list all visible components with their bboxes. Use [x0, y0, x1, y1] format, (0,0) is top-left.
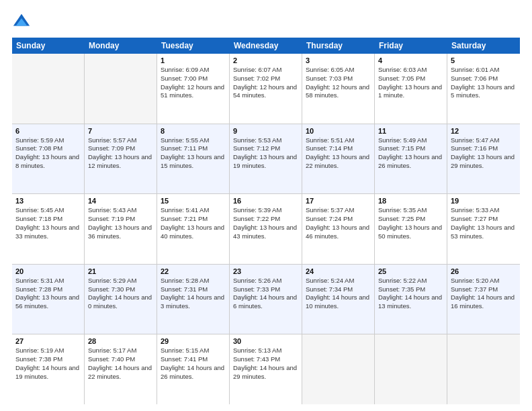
day-info: Sunrise: 6:07 AM Sunset: 7:02 PM Dayligh…	[233, 66, 298, 100]
day-number: 18	[378, 197, 443, 205]
calendar-cell: 18Sunrise: 5:35 AM Sunset: 7:25 PM Dayli…	[375, 194, 447, 264]
calendar-cell: 9Sunrise: 5:53 AM Sunset: 7:12 PM Daylig…	[230, 124, 302, 194]
calendar-cell: 12Sunrise: 5:47 AM Sunset: 7:16 PM Dayli…	[447, 124, 520, 194]
calendar-cell: 1Sunrise: 6:09 AM Sunset: 7:00 PM Daylig…	[157, 54, 230, 124]
day-info: Sunrise: 5:51 AM Sunset: 7:14 PM Dayligh…	[306, 136, 371, 171]
day-number: 22	[161, 267, 226, 275]
calendar-cell: 7Sunrise: 5:57 AM Sunset: 7:09 PM Daylig…	[85, 124, 157, 194]
day-number: 7	[88, 127, 153, 135]
day-number: 14	[88, 197, 153, 205]
day-number: 30	[233, 337, 298, 345]
calendar-body: 1Sunrise: 6:09 AM Sunset: 7:00 PM Daylig…	[12, 54, 520, 404]
calendar-cell: 13Sunrise: 5:45 AM Sunset: 7:18 PM Dayli…	[12, 194, 85, 264]
day-info: Sunrise: 5:13 AM Sunset: 7:43 PM Dayligh…	[233, 347, 298, 381]
calendar-cell	[85, 54, 157, 124]
logo-icon	[12, 12, 31, 31]
day-number: 27	[15, 337, 81, 345]
day-info: Sunrise: 5:22 AM Sunset: 7:35 PM Dayligh…	[378, 277, 443, 311]
day-number: 29	[161, 337, 226, 345]
day-info: Sunrise: 5:49 AM Sunset: 7:15 PM Dayligh…	[378, 136, 443, 171]
day-info: Sunrise: 5:43 AM Sunset: 7:19 PM Dayligh…	[88, 206, 153, 240]
day-number: 24	[306, 267, 371, 275]
day-info: Sunrise: 5:53 AM Sunset: 7:12 PM Dayligh…	[233, 136, 298, 171]
day-number: 8	[161, 127, 226, 135]
calendar-cell: 19Sunrise: 5:33 AM Sunset: 7:27 PM Dayli…	[447, 194, 520, 264]
calendar-cell: 8Sunrise: 5:55 AM Sunset: 7:11 PM Daylig…	[157, 124, 230, 194]
calendar-cell: 21Sunrise: 5:29 AM Sunset: 7:30 PM Dayli…	[85, 265, 157, 334]
day-number: 19	[451, 197, 517, 205]
day-number: 17	[306, 197, 371, 205]
calendar-row: 20Sunrise: 5:31 AM Sunset: 7:28 PM Dayli…	[12, 265, 520, 335]
calendar-cell: 17Sunrise: 5:37 AM Sunset: 7:24 PM Dayli…	[302, 194, 375, 264]
day-info: Sunrise: 5:39 AM Sunset: 7:22 PM Dayligh…	[233, 206, 298, 240]
day-info: Sunrise: 6:01 AM Sunset: 7:06 PM Dayligh…	[451, 66, 517, 100]
calendar-cell: 27Sunrise: 5:19 AM Sunset: 7:38 PM Dayli…	[12, 334, 85, 404]
calendar-cell	[447, 334, 520, 404]
day-info: Sunrise: 5:20 AM Sunset: 7:37 PM Dayligh…	[451, 277, 517, 311]
day-number: 15	[161, 197, 226, 205]
day-number: 13	[15, 197, 81, 205]
calendar-cell: 6Sunrise: 5:59 AM Sunset: 7:08 PM Daylig…	[12, 124, 85, 194]
calendar-header: SundayMondayTuesdayWednesdayThursdayFrid…	[12, 38, 520, 54]
header	[12, 12, 520, 31]
calendar-cell	[375, 334, 447, 404]
calendar-cell: 25Sunrise: 5:22 AM Sunset: 7:35 PM Dayli…	[375, 265, 447, 334]
calendar-cell: 30Sunrise: 5:13 AM Sunset: 7:43 PM Dayli…	[230, 334, 302, 404]
day-number: 12	[451, 127, 517, 135]
day-info: Sunrise: 5:55 AM Sunset: 7:11 PM Dayligh…	[161, 136, 226, 171]
day-info: Sunrise: 5:37 AM Sunset: 7:24 PM Dayligh…	[306, 206, 371, 240]
calendar: SundayMondayTuesdayWednesdayThursdayFrid…	[12, 38, 520, 404]
day-number: 10	[306, 127, 371, 135]
day-number: 28	[88, 337, 153, 345]
header-day: Monday	[85, 38, 157, 54]
day-info: Sunrise: 5:31 AM Sunset: 7:28 PM Dayligh…	[15, 277, 81, 311]
header-day: Friday	[375, 38, 447, 54]
day-number: 2	[233, 56, 298, 64]
calendar-cell: 29Sunrise: 5:15 AM Sunset: 7:41 PM Dayli…	[157, 334, 230, 404]
calendar-cell: 28Sunrise: 5:17 AM Sunset: 7:40 PM Dayli…	[85, 334, 157, 404]
calendar-cell: 22Sunrise: 5:28 AM Sunset: 7:31 PM Dayli…	[157, 265, 230, 334]
calendar-cell: 3Sunrise: 6:05 AM Sunset: 7:03 PM Daylig…	[302, 54, 375, 124]
day-number: 3	[306, 56, 371, 64]
day-number: 11	[378, 127, 443, 135]
header-day: Tuesday	[157, 38, 230, 54]
day-info: Sunrise: 5:19 AM Sunset: 7:38 PM Dayligh…	[15, 347, 81, 381]
header-day: Sunday	[12, 38, 85, 54]
calendar-cell: 11Sunrise: 5:49 AM Sunset: 7:15 PM Dayli…	[375, 124, 447, 194]
calendar-row: 27Sunrise: 5:19 AM Sunset: 7:38 PM Dayli…	[12, 334, 520, 404]
calendar-cell: 5Sunrise: 6:01 AM Sunset: 7:06 PM Daylig…	[447, 54, 520, 124]
header-day: Wednesday	[230, 38, 302, 54]
day-info: Sunrise: 5:15 AM Sunset: 7:41 PM Dayligh…	[161, 347, 226, 381]
calendar-cell: 10Sunrise: 5:51 AM Sunset: 7:14 PM Dayli…	[302, 124, 375, 194]
calendar-row: 13Sunrise: 5:45 AM Sunset: 7:18 PM Dayli…	[12, 194, 520, 265]
calendar-row: 6Sunrise: 5:59 AM Sunset: 7:08 PM Daylig…	[12, 124, 520, 195]
day-number: 6	[15, 127, 81, 135]
calendar-cell: 2Sunrise: 6:07 AM Sunset: 7:02 PM Daylig…	[230, 54, 302, 124]
calendar-cell: 16Sunrise: 5:39 AM Sunset: 7:22 PM Dayli…	[230, 194, 302, 264]
header-day: Thursday	[302, 38, 375, 54]
calendar-cell: 15Sunrise: 5:41 AM Sunset: 7:21 PM Dayli…	[157, 194, 230, 264]
calendar-cell: 4Sunrise: 6:03 AM Sunset: 7:05 PM Daylig…	[375, 54, 447, 124]
day-info: Sunrise: 6:03 AM Sunset: 7:05 PM Dayligh…	[378, 66, 443, 100]
day-info: Sunrise: 5:33 AM Sunset: 7:27 PM Dayligh…	[451, 206, 517, 240]
calendar-cell: 23Sunrise: 5:26 AM Sunset: 7:33 PM Dayli…	[230, 265, 302, 334]
day-number: 4	[378, 56, 443, 64]
day-number: 9	[233, 127, 298, 135]
day-info: Sunrise: 5:24 AM Sunset: 7:34 PM Dayligh…	[306, 277, 371, 311]
day-info: Sunrise: 5:26 AM Sunset: 7:33 PM Dayligh…	[233, 277, 298, 311]
day-info: Sunrise: 5:59 AM Sunset: 7:08 PM Dayligh…	[15, 136, 81, 171]
day-number: 23	[233, 267, 298, 275]
calendar-cell	[302, 334, 375, 404]
day-number: 16	[233, 197, 298, 205]
day-info: Sunrise: 5:28 AM Sunset: 7:31 PM Dayligh…	[161, 277, 226, 311]
day-number: 20	[15, 267, 81, 275]
logo	[12, 12, 34, 31]
day-number: 26	[451, 267, 517, 275]
day-info: Sunrise: 6:09 AM Sunset: 7:00 PM Dayligh…	[161, 66, 226, 100]
calendar-cell: 14Sunrise: 5:43 AM Sunset: 7:19 PM Dayli…	[85, 194, 157, 264]
day-info: Sunrise: 5:17 AM Sunset: 7:40 PM Dayligh…	[88, 347, 153, 381]
day-info: Sunrise: 5:29 AM Sunset: 7:30 PM Dayligh…	[88, 277, 153, 311]
calendar-cell: 24Sunrise: 5:24 AM Sunset: 7:34 PM Dayli…	[302, 265, 375, 334]
day-info: Sunrise: 5:47 AM Sunset: 7:16 PM Dayligh…	[451, 136, 517, 171]
day-number: 5	[451, 56, 517, 64]
